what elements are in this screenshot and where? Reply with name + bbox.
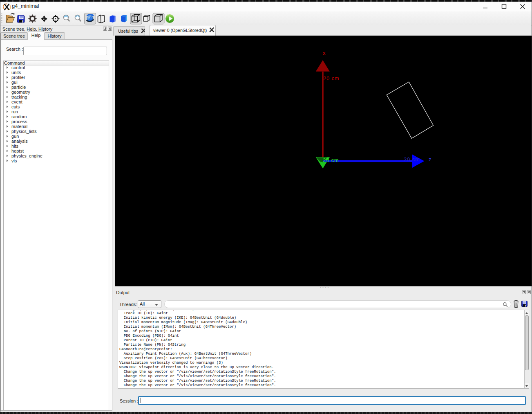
svg-text:20 cm: 20 cm — [404, 156, 420, 162]
svg-text:x: x — [323, 50, 326, 56]
svg-text:z: z — [429, 156, 431, 162]
svg-text:20 cm: 20 cm — [323, 157, 339, 163]
svg-text:20 cm: 20 cm — [323, 75, 339, 81]
